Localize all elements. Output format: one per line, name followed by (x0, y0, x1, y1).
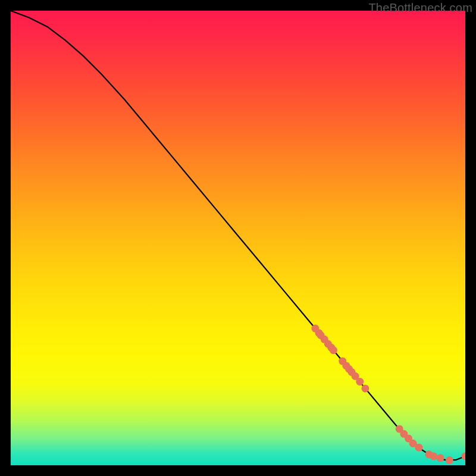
curve-line (11, 11, 465, 461)
plot-area (11, 11, 465, 465)
scatter-point (446, 456, 453, 464)
chart-frame: TheBottleneck.com (0, 0, 476, 476)
scatter-point (430, 452, 437, 460)
chart-svg (11, 11, 465, 465)
scatter-point (330, 346, 337, 354)
watermark-text: TheBottleneck.com (368, 1, 472, 15)
scatter-point (436, 454, 444, 462)
scatter-point (462, 452, 466, 460)
scatter-markers (311, 325, 465, 465)
scatter-point (356, 378, 364, 386)
scatter-point (415, 444, 423, 452)
scatter-point (361, 384, 369, 392)
